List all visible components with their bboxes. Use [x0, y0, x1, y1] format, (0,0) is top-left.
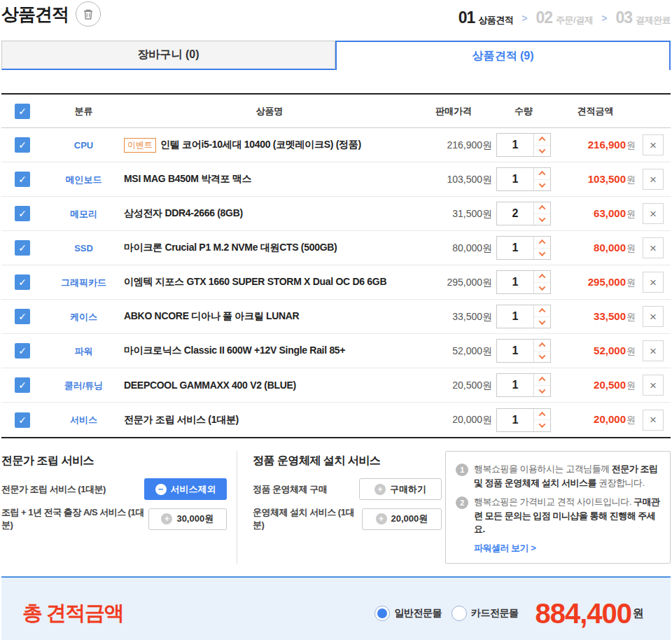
radio-selected-dot: [377, 608, 387, 618]
quantity-stepper[interactable]: 1: [496, 133, 551, 157]
qty-decrease-button[interactable]: [534, 386, 550, 397]
number-2-icon: 2: [456, 496, 468, 509]
assembly-service-title: 전문가 조립 서비스: [1, 454, 227, 468]
qty-increase-button[interactable]: [534, 409, 550, 421]
quantity-stepper[interactable]: 1: [496, 167, 551, 191]
row-checkbox[interactable]: ✓: [15, 377, 30, 393]
product-name[interactable]: 이엠텍 지포스 GTX 1660 SUPER STORM X Dual OC D…: [124, 276, 386, 288]
delete-row-button[interactable]: ×: [643, 410, 664, 431]
delete-row-button[interactable]: ×: [643, 169, 664, 190]
delete-row-button[interactable]: ×: [643, 306, 664, 327]
delete-row-button[interactable]: ×: [643, 237, 664, 258]
product-name[interactable]: DEEPCOOL GAMMAXX 400 V2 (BLUE): [124, 380, 296, 391]
qty-decrease-button[interactable]: [534, 352, 550, 363]
notice-item-2: 2 행복쇼핑은 가격비교 견적 사이트입니다. 구매관련 모든 문의는 입점 미…: [456, 495, 660, 536]
product-name[interactable]: MSI MAG B450M 박격포 맥스: [124, 173, 251, 186]
qty-increase-button[interactable]: [534, 202, 550, 214]
progress-steps: 01 상품견적 > 02 주문/결제 > 03 결제완료: [458, 3, 671, 27]
qty-decrease-button[interactable]: [534, 420, 550, 431]
quantity-stepper[interactable]: 1: [496, 339, 551, 363]
row-checkbox[interactable]: ✓: [15, 343, 30, 359]
category-link[interactable]: 그래픽카드: [61, 277, 106, 288]
category-link[interactable]: CPU: [74, 140, 93, 151]
qty-increase-button[interactable]: [534, 305, 550, 317]
plus-icon: +: [374, 484, 386, 495]
tab-quote[interactable]: 상품견적 (9): [335, 41, 671, 70]
radio-card-mall[interactable]: [451, 606, 467, 621]
qty-decrease-button[interactable]: [534, 146, 550, 157]
qty-increase-button[interactable]: [534, 374, 550, 386]
quantity-stepper[interactable]: 1: [496, 236, 551, 260]
step-1-number: 01: [458, 8, 475, 27]
row-checkbox[interactable]: ✓: [15, 240, 30, 256]
step-3-label: 결제완료: [636, 14, 671, 27]
category-link[interactable]: 쿨러/튜닝: [64, 380, 104, 391]
product-name[interactable]: ABKO NCORE 디아나 풀 아크릴 LUNAR: [124, 310, 299, 323]
notice-box: 1 행복쇼핑을 이용하시는 고객님들께 전문가 조립 및 정품 운영체제 설치 …: [445, 451, 671, 564]
delete-row-button[interactable]: ×: [643, 203, 664, 224]
category-link[interactable]: 파워: [75, 346, 93, 356]
qty-decrease-button[interactable]: [534, 180, 550, 191]
category-link[interactable]: 케이스: [70, 312, 97, 322]
quantity-stepper[interactable]: 1: [496, 373, 551, 397]
exclude-service-button[interactable]: −서비스제외: [144, 478, 227, 500]
chevron-down-icon: [539, 146, 546, 153]
qty-decrease-button[interactable]: [534, 317, 550, 328]
power-seller-link[interactable]: 파워셀러 보기 >: [474, 542, 660, 555]
quantity-value: 1: [497, 271, 533, 293]
row-checkbox[interactable]: ✓: [15, 137, 30, 153]
number-1-icon: 1: [456, 464, 468, 476]
quantity-stepper[interactable]: 1: [496, 270, 551, 294]
qty-decrease-button[interactable]: [534, 214, 550, 225]
chevron-down-icon: [539, 387, 546, 394]
row-checkbox[interactable]: ✓: [15, 274, 30, 290]
product-name[interactable]: 삼성전자 DDR4-2666 (8GB): [124, 207, 243, 220]
radio-card-mall-label: 카드전문몰: [471, 607, 519, 620]
delete-row-button[interactable]: ×: [643, 272, 664, 293]
qty-increase-button[interactable]: [534, 168, 550, 180]
category-link[interactable]: 메인보드: [66, 174, 102, 185]
row-checkbox[interactable]: ✓: [15, 412, 30, 428]
add-os-install-button[interactable]: +20,000원: [362, 508, 442, 530]
product-name[interactable]: 마이크로닉스 Classic II 600W +12V Single Rail …: [124, 345, 345, 357]
qty-increase-button[interactable]: [534, 237, 550, 249]
qty-increase-button[interactable]: [534, 134, 550, 146]
delete-row-button[interactable]: ×: [643, 375, 664, 396]
quantity-stepper[interactable]: 1: [496, 305, 551, 328]
quote-page: 상품견적 01 상품견적 > 02 주문/결제 > 03 결제완료 장바구니 (…: [0, 0, 672, 640]
delete-row-button[interactable]: ×: [643, 134, 664, 155]
category-link[interactable]: 메모리: [70, 209, 97, 219]
step-2-label: 주문/결제: [556, 14, 593, 27]
row-checkbox[interactable]: ✓: [15, 172, 30, 187]
quantity-stepper[interactable]: 1: [496, 408, 551, 432]
tab-bar: 장바구니 (0) 상품견적 (9): [1, 41, 671, 70]
product-name[interactable]: 인텔 코어i5-10세대 10400 (코멧레이크S) (정품): [160, 139, 361, 151]
qty-increase-button[interactable]: [534, 340, 550, 352]
qty-increase-button[interactable]: [534, 271, 550, 283]
category-link[interactable]: 서비스: [70, 415, 97, 425]
product-name[interactable]: 마이크론 Crucial P1 M.2 NVMe 대원CTS (500GB): [124, 242, 337, 254]
qty-decrease-button[interactable]: [534, 283, 550, 294]
row-checkbox[interactable]: ✓: [15, 206, 30, 221]
radio-general-mall[interactable]: [374, 606, 390, 621]
product-name[interactable]: 전문가 조립 서비스 (1대분): [124, 414, 239, 426]
won-suffix: 원: [626, 277, 636, 288]
total-won-suffix: 원: [633, 606, 644, 621]
table-row: ✓ 서비스 전문가 조립 서비스 (1대분) 20,000원 1 20,000원…: [1, 403, 671, 437]
select-all-checkbox[interactable]: ✓: [15, 104, 30, 119]
won-suffix: 원: [626, 140, 636, 151]
won-suffix: 원: [626, 415, 636, 425]
os-purchase-button[interactable]: +구매하기: [359, 478, 442, 500]
delete-row-button[interactable]: ×: [643, 340, 664, 361]
clear-quote-button[interactable]: [76, 1, 101, 27]
total-bar: 총 견적금액 일반전문몰 카드전문몰 884,400 원: [1, 576, 671, 640]
row-checkbox[interactable]: ✓: [15, 309, 30, 324]
step-3-number: 03: [615, 8, 632, 27]
category-link[interactable]: SSD: [74, 243, 93, 253]
qty-decrease-button[interactable]: [534, 249, 550, 260]
quantity-stepper[interactable]: 2: [496, 202, 551, 225]
price-value: 52,000원: [452, 345, 492, 356]
add-as-service-button[interactable]: +30,000원: [148, 508, 227, 530]
tab-cart[interactable]: 장바구니 (0): [1, 41, 335, 70]
chevron-right-icon: >: [601, 13, 607, 24]
